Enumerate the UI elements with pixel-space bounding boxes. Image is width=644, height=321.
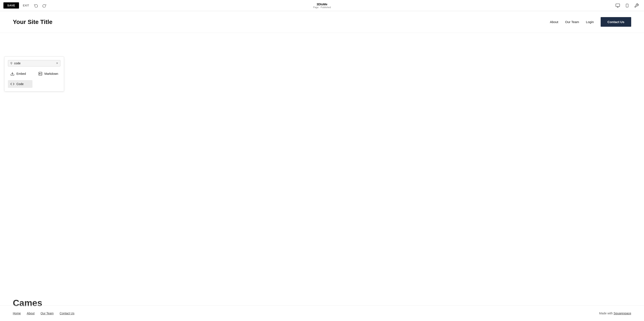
block-search-input[interactable] — [14, 62, 56, 65]
footer-credit-prefix: Made with — [599, 311, 614, 315]
footer-nav: Home About Our Team Contact Us — [13, 311, 74, 315]
search-icon: ⚲ — [10, 62, 12, 65]
footer-link-about[interactable]: About — [27, 311, 34, 315]
desktop-icon — [616, 3, 620, 8]
nav-link-about[interactable]: About — [550, 20, 558, 24]
site-preview: Your Site Title About Our Team Login Con… — [0, 11, 644, 321]
site-name: 3DtoMe — [313, 3, 331, 6]
search-clear-button[interactable]: × — [56, 62, 58, 65]
footer-link-our-team[interactable]: Our Team — [40, 311, 54, 315]
exit-button[interactable]: EXIT — [21, 2, 31, 9]
svg-rect-3 — [626, 4, 628, 7]
code-icon — [10, 82, 15, 86]
main-content: ⚲ × Embed — [0, 33, 644, 161]
toolbar-left: SAVE EXIT — [4, 2, 48, 9]
footer-link-home[interactable]: Home — [13, 311, 21, 315]
nav-cta-button[interactable]: Contact Us — [601, 17, 631, 27]
block-panel: ⚲ × Embed — [4, 57, 64, 92]
page-status: Page · Published — [313, 6, 331, 9]
block-item-embed[interactable]: Embed — [8, 70, 32, 78]
tools-icon — [634, 3, 639, 8]
markdown-icon — [38, 72, 43, 76]
site-nav: About Our Team Login Contact Us — [550, 17, 631, 27]
block-results-grid: Embed Markdown — [8, 70, 60, 88]
redo-icon — [42, 4, 46, 8]
undo-icon — [34, 4, 38, 8]
mobile-view-button[interactable] — [624, 2, 631, 9]
toolbar: SAVE EXIT 3DtoMe Page · Published — [0, 0, 644, 11]
block-item-code[interactable]: Code — [8, 80, 32, 88]
tools-button[interactable] — [632, 2, 640, 9]
block-code-label: Code — [16, 82, 24, 86]
redo-button[interactable] — [41, 2, 48, 9]
footer-squarespace-link[interactable]: Squarespace — [614, 311, 631, 315]
block-markdown-label: Markdown — [44, 72, 58, 76]
block-embed-label: Embed — [16, 72, 26, 76]
search-row: ⚲ × — [8, 60, 60, 67]
undo-button[interactable] — [33, 2, 39, 9]
footer-credit: Made with Squarespace — [599, 311, 631, 315]
site-title: Your Site Title — [13, 19, 52, 26]
footer-link-contact[interactable]: Contact Us — [60, 311, 74, 315]
site-footer: Home About Our Team Contact Us Made with… — [0, 305, 644, 321]
block-item-markdown[interactable]: Markdown — [36, 70, 60, 78]
nav-link-our-team[interactable]: Our Team — [565, 20, 579, 24]
toolbar-center: 3DtoMe Page · Published — [313, 3, 331, 9]
desktop-view-button[interactable] — [614, 2, 622, 9]
mobile-icon — [625, 3, 629, 8]
save-button[interactable]: SAVE — [4, 2, 19, 9]
nav-link-login[interactable]: Login — [586, 20, 594, 24]
svg-rect-0 — [616, 4, 620, 7]
embed-icon — [10, 72, 15, 76]
toolbar-right — [614, 2, 640, 9]
site-header: Your Site Title About Our Team Login Con… — [0, 11, 644, 33]
